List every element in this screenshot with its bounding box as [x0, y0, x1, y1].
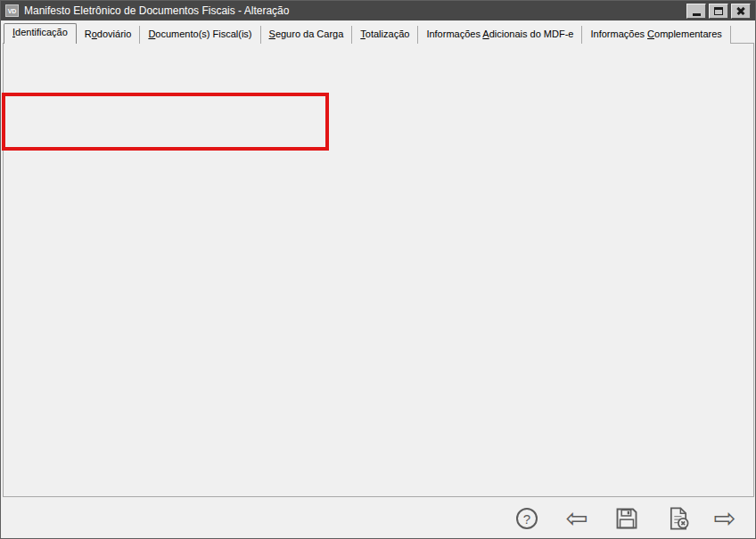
tab-page-identificacao	[3, 43, 754, 497]
minimize-button[interactable]	[686, 4, 706, 19]
app-icon: VD	[5, 4, 19, 17]
tab-rodoviario[interactable]: Rodoviário	[77, 26, 141, 44]
mdf-e-alteracao-window: VD Manifesto Eletrônico de Documentos Fi…	[0, 0, 756, 539]
maximize-button[interactable]	[709, 4, 728, 19]
delete-document-icon	[666, 506, 691, 531]
help-button[interactable]: ?	[511, 502, 543, 535]
titlebar: VD Manifesto Eletrônico de Documentos Fi…	[1, 1, 755, 20]
tab-informacoes-adicionais[interactable]: Informações Adicionais do MDF-e	[418, 26, 582, 44]
tab-documentos-fiscais[interactable]: Documento(s) Fiscal(is)	[140, 26, 260, 44]
forward-arrow-icon: ⇨	[713, 505, 735, 532]
window-title: Manifesto Eletrônico de Documentos Fisca…	[24, 4, 289, 17]
back-arrow-icon: ⇦	[565, 505, 588, 532]
maximize-icon	[714, 7, 723, 15]
next-record-button[interactable]: ⇨	[709, 502, 741, 535]
delete-record-button[interactable]	[662, 502, 694, 535]
save-button[interactable]	[611, 502, 643, 535]
close-icon	[735, 5, 746, 16]
help-icon: ?	[516, 508, 538, 529]
tab-identificacao[interactable]: Identificação	[4, 23, 77, 44]
save-icon	[614, 506, 639, 531]
minimize-icon	[693, 13, 701, 16]
tab-seguro-da-carga[interactable]: Seguro da Carga	[261, 26, 353, 44]
tab-informacoes-complementares[interactable]: Informações Complementares	[582, 26, 730, 44]
close-button[interactable]	[731, 4, 751, 19]
tab-totalizacao[interactable]: Totalização	[352, 26, 418, 44]
previous-record-button[interactable]: ⇦	[561, 502, 593, 535]
footer-toolbar: ? ⇦ ⇨	[3, 497, 754, 538]
tab-bar: Identificação Rodoviário Documento(s) Fi…	[4, 23, 731, 44]
